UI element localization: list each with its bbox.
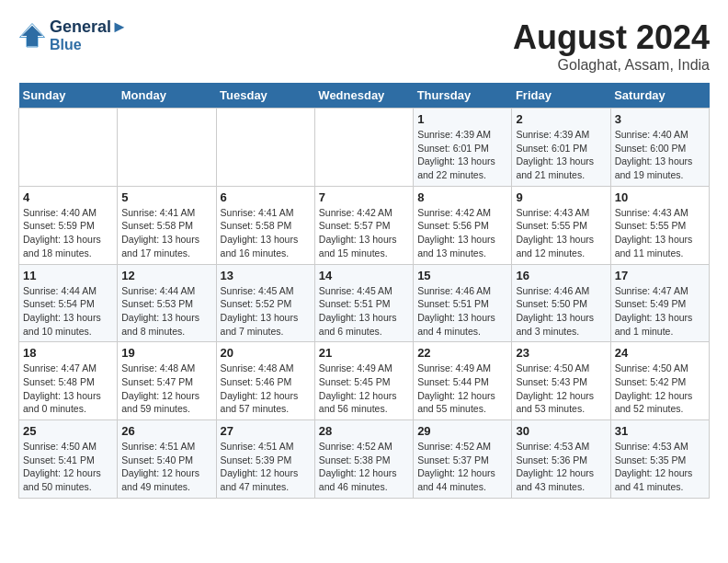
day-cell: 8Sunrise: 4:42 AM Sunset: 5:56 PM Daylig… <box>414 186 512 264</box>
week-row-4: 18Sunrise: 4:47 AM Sunset: 5:48 PM Dayli… <box>19 342 710 420</box>
day-cell: 1Sunrise: 4:39 AM Sunset: 6:01 PM Daylig… <box>414 109 512 187</box>
day-info: Sunrise: 4:41 AM Sunset: 5:58 PM Dayligh… <box>121 206 211 260</box>
day-info: Sunrise: 4:49 AM Sunset: 5:45 PM Dayligh… <box>319 362 409 416</box>
header-thursday: Thursday <box>414 83 512 109</box>
week-row-1: 1Sunrise: 4:39 AM Sunset: 6:01 PM Daylig… <box>19 109 710 187</box>
day-cell: 5Sunrise: 4:41 AM Sunset: 5:58 PM Daylig… <box>118 186 216 264</box>
svg-marker-0 <box>22 25 43 46</box>
day-info: Sunrise: 4:40 AM Sunset: 5:59 PM Dayligh… <box>23 206 113 260</box>
header-saturday: Saturday <box>610 83 709 109</box>
day-info: Sunrise: 4:40 AM Sunset: 6:00 PM Dayligh… <box>615 128 705 182</box>
day-info: Sunrise: 4:45 AM Sunset: 5:52 PM Dayligh… <box>221 284 311 339</box>
day-number: 15 <box>417 269 507 282</box>
day-cell: 29Sunrise: 4:52 AM Sunset: 5:37 PM Dayli… <box>414 420 512 499</box>
day-number: 8 <box>417 190 507 204</box>
day-cell: 7Sunrise: 4:42 AM Sunset: 5:57 PM Daylig… <box>314 186 413 264</box>
day-number: 23 <box>516 346 606 360</box>
day-info: Sunrise: 4:43 AM Sunset: 5:55 PM Dayligh… <box>516 206 606 260</box>
header-wednesday: Wednesday <box>314 83 413 109</box>
day-info: Sunrise: 4:39 AM Sunset: 6:01 PM Dayligh… <box>516 128 606 182</box>
day-cell: 23Sunrise: 4:50 AM Sunset: 5:43 PM Dayli… <box>512 342 610 420</box>
day-info: Sunrise: 4:42 AM Sunset: 5:57 PM Dayligh… <box>319 206 409 260</box>
week-row-2: 4Sunrise: 4:40 AM Sunset: 5:59 PM Daylig… <box>19 186 710 264</box>
day-cell: 28Sunrise: 4:52 AM Sunset: 5:38 PM Dayli… <box>314 420 413 499</box>
day-number: 2 <box>516 112 606 126</box>
day-cell: 14Sunrise: 4:45 AM Sunset: 5:51 PM Dayli… <box>314 264 413 342</box>
day-info: Sunrise: 4:46 AM Sunset: 5:50 PM Dayligh… <box>516 284 606 339</box>
day-cell: 6Sunrise: 4:41 AM Sunset: 5:58 PM Daylig… <box>216 186 314 264</box>
day-info: Sunrise: 4:53 AM Sunset: 5:36 PM Dayligh… <box>516 440 606 494</box>
day-info: Sunrise: 4:51 AM Sunset: 5:39 PM Dayligh… <box>221 440 311 494</box>
week-row-5: 25Sunrise: 4:50 AM Sunset: 5:41 PM Dayli… <box>19 420 710 499</box>
day-cell: 4Sunrise: 4:40 AM Sunset: 5:59 PM Daylig… <box>19 186 118 264</box>
day-info: Sunrise: 4:42 AM Sunset: 5:56 PM Dayligh… <box>417 206 507 260</box>
calendar-table: SundayMondayTuesdayWednesdayThursdayFrid… <box>18 83 710 499</box>
day-info: Sunrise: 4:47 AM Sunset: 5:48 PM Dayligh… <box>23 362 113 416</box>
day-cell <box>118 109 216 187</box>
day-number: 25 <box>23 424 113 438</box>
day-number: 1 <box>417 112 507 126</box>
day-number: 10 <box>615 190 705 204</box>
day-cell: 13Sunrise: 4:45 AM Sunset: 5:52 PM Dayli… <box>216 264 314 342</box>
header-sunday: Sunday <box>19 83 118 109</box>
day-info: Sunrise: 4:47 AM Sunset: 5:49 PM Dayligh… <box>615 284 705 339</box>
day-cell: 15Sunrise: 4:46 AM Sunset: 5:51 PM Dayli… <box>414 264 512 342</box>
day-cell: 24Sunrise: 4:50 AM Sunset: 5:42 PM Dayli… <box>610 342 709 420</box>
day-number: 21 <box>319 346 409 360</box>
day-cell: 26Sunrise: 4:51 AM Sunset: 5:40 PM Dayli… <box>118 420 216 499</box>
day-number: 26 <box>121 424 211 438</box>
day-number: 22 <box>417 346 507 360</box>
logo: General►Blue <box>18 18 128 52</box>
day-number: 18 <box>23 346 113 360</box>
day-cell: 21Sunrise: 4:49 AM Sunset: 5:45 PM Dayli… <box>314 342 413 420</box>
day-number: 12 <box>121 269 211 282</box>
day-cell: 17Sunrise: 4:47 AM Sunset: 5:49 PM Dayli… <box>610 264 709 342</box>
day-info: Sunrise: 4:50 AM Sunset: 5:43 PM Dayligh… <box>516 362 606 416</box>
day-cell: 16Sunrise: 4:46 AM Sunset: 5:50 PM Dayli… <box>512 264 610 342</box>
day-cell: 10Sunrise: 4:43 AM Sunset: 5:55 PM Dayli… <box>610 186 709 264</box>
day-number: 24 <box>615 346 705 360</box>
header-monday: Monday <box>118 83 216 109</box>
day-cell: 18Sunrise: 4:47 AM Sunset: 5:48 PM Dayli… <box>19 342 118 420</box>
day-number: 6 <box>221 190 311 204</box>
day-number: 17 <box>615 269 705 282</box>
day-cell: 2Sunrise: 4:39 AM Sunset: 6:01 PM Daylig… <box>512 109 610 187</box>
day-info: Sunrise: 4:39 AM Sunset: 6:01 PM Dayligh… <box>417 128 507 182</box>
day-cell: 30Sunrise: 4:53 AM Sunset: 5:36 PM Dayli… <box>512 420 610 499</box>
day-info: Sunrise: 4:45 AM Sunset: 5:51 PM Dayligh… <box>319 284 409 339</box>
day-info: Sunrise: 4:53 AM Sunset: 5:35 PM Dayligh… <box>615 440 705 494</box>
day-info: Sunrise: 4:50 AM Sunset: 5:42 PM Dayligh… <box>615 362 705 416</box>
day-number: 9 <box>516 190 606 204</box>
location: Golaghat, Assam, India <box>513 57 710 74</box>
day-cell <box>216 109 314 187</box>
day-cell: 25Sunrise: 4:50 AM Sunset: 5:41 PM Dayli… <box>19 420 118 499</box>
day-number: 4 <box>23 190 113 204</box>
day-info: Sunrise: 4:50 AM Sunset: 5:41 PM Dayligh… <box>23 440 113 494</box>
day-info: Sunrise: 4:41 AM Sunset: 5:58 PM Dayligh… <box>221 206 311 260</box>
day-number: 14 <box>319 269 409 282</box>
logo-text: General►Blue <box>50 18 128 52</box>
day-cell <box>314 109 413 187</box>
header-tuesday: Tuesday <box>216 83 314 109</box>
day-cell: 22Sunrise: 4:49 AM Sunset: 5:44 PM Dayli… <box>414 342 512 420</box>
day-number: 16 <box>516 269 606 282</box>
day-cell: 12Sunrise: 4:44 AM Sunset: 5:53 PM Dayli… <box>118 264 216 342</box>
day-number: 19 <box>121 346 211 360</box>
day-info: Sunrise: 4:52 AM Sunset: 5:38 PM Dayligh… <box>319 440 409 494</box>
day-cell: 11Sunrise: 4:44 AM Sunset: 5:54 PM Dayli… <box>19 264 118 342</box>
day-cell: 9Sunrise: 4:43 AM Sunset: 5:55 PM Daylig… <box>512 186 610 264</box>
day-info: Sunrise: 4:49 AM Sunset: 5:44 PM Dayligh… <box>417 362 507 416</box>
day-cell: 27Sunrise: 4:51 AM Sunset: 5:39 PM Dayli… <box>216 420 314 499</box>
day-cell: 20Sunrise: 4:48 AM Sunset: 5:46 PM Dayli… <box>216 342 314 420</box>
day-number: 13 <box>221 269 311 282</box>
day-number: 3 <box>615 112 705 126</box>
day-number: 30 <box>516 424 606 438</box>
day-info: Sunrise: 4:44 AM Sunset: 5:53 PM Dayligh… <box>121 284 211 339</box>
day-info: Sunrise: 4:48 AM Sunset: 5:47 PM Dayligh… <box>121 362 211 416</box>
day-info: Sunrise: 4:48 AM Sunset: 5:46 PM Dayligh… <box>221 362 311 416</box>
day-info: Sunrise: 4:43 AM Sunset: 5:55 PM Dayligh… <box>615 206 705 260</box>
header-row: SundayMondayTuesdayWednesdayThursdayFrid… <box>19 83 710 109</box>
day-cell <box>19 109 118 187</box>
day-info: Sunrise: 4:51 AM Sunset: 5:40 PM Dayligh… <box>121 440 211 494</box>
week-row-3: 11Sunrise: 4:44 AM Sunset: 5:54 PM Dayli… <box>19 264 710 342</box>
